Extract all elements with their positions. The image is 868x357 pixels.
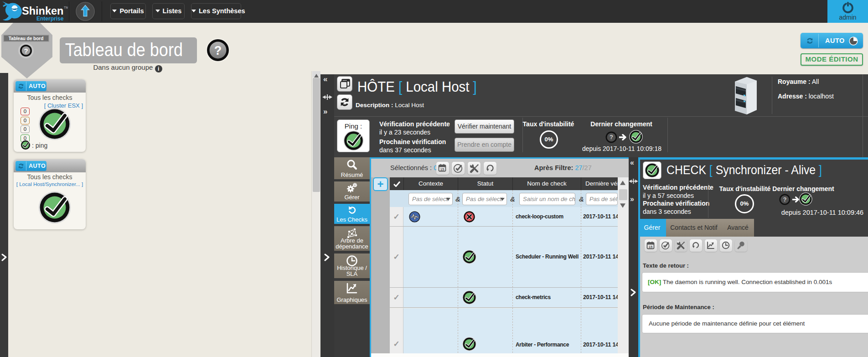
svg-text:?: ? [214, 44, 222, 57]
svg-text:Tableau de bord: Tableau de bord [9, 36, 44, 41]
svg-text:?: ? [24, 47, 28, 55]
svg-text:TM: TM [64, 6, 68, 9]
svg-text:Enterprise: Enterprise [36, 16, 64, 22]
svg-text:15: 15 [648, 245, 652, 249]
svg-text:15: 15 [440, 167, 444, 171]
